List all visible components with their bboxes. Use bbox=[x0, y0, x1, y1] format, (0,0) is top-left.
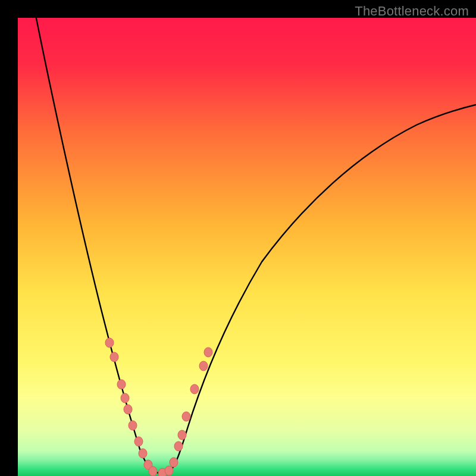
marker-dot bbox=[134, 437, 143, 446]
marker-dot bbox=[165, 466, 173, 475]
marker-dot bbox=[174, 441, 183, 451]
marker-dot bbox=[117, 380, 126, 389]
marker-dot bbox=[124, 405, 132, 414]
marker-dot bbox=[204, 347, 212, 357]
marker-dot bbox=[178, 430, 186, 440]
marker-dot bbox=[121, 393, 129, 403]
marker-dot bbox=[182, 412, 190, 421]
marker-dot bbox=[139, 449, 147, 458]
bottleneck-chart bbox=[0, 0, 476, 476]
marker-dot bbox=[110, 352, 118, 362]
figure-root: TheBottleneck.com bbox=[0, 0, 476, 476]
marker-dot bbox=[170, 458, 178, 467]
watermark-text: TheBottleneck.com bbox=[355, 4, 469, 19]
marker-dot bbox=[199, 361, 208, 371]
marker-dot bbox=[190, 384, 199, 394]
marker-dot bbox=[149, 466, 157, 476]
marker-dot bbox=[105, 338, 114, 347]
marker-dot bbox=[129, 421, 137, 430]
